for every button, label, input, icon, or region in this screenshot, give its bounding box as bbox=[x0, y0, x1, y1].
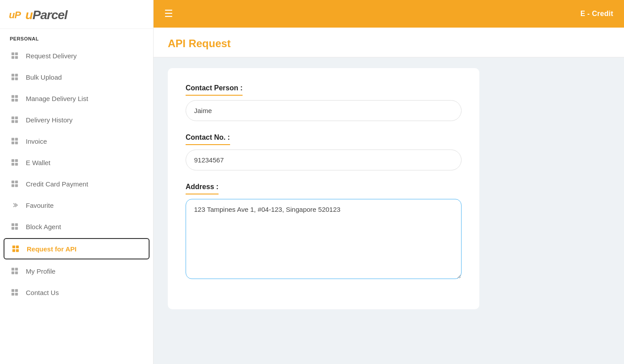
svg-rect-39 bbox=[15, 271, 18, 274]
sidebar-item-e-wallet[interactable]: E Wallet bbox=[0, 152, 153, 173]
sidebar-item-label-invoice: Invoice bbox=[26, 138, 47, 145]
svg-rect-6 bbox=[12, 77, 14, 80]
svg-rect-26 bbox=[12, 184, 14, 187]
svg-rect-28 bbox=[12, 223, 14, 226]
svg-rect-43 bbox=[15, 293, 18, 295]
sidebar: uP uParcel PERSONAL Request DeliveryBulk… bbox=[0, 0, 154, 364]
svg-rect-38 bbox=[12, 271, 14, 274]
favourite-icon bbox=[10, 200, 20, 210]
sidebar-item-label-request-delivery: Request Delivery bbox=[26, 52, 77, 60]
page-title-bar: API Request bbox=[154, 28, 624, 57]
svg-rect-14 bbox=[12, 120, 14, 123]
sidebar-item-manage-delivery-list[interactable]: Manage Delivery List bbox=[0, 88, 153, 109]
logo-up-text: uP bbox=[9, 9, 20, 21]
svg-rect-4 bbox=[12, 74, 14, 77]
sidebar-item-label-e-wallet: E Wallet bbox=[26, 159, 50, 166]
sidebar-item-label-request-for-api: Request for API bbox=[27, 245, 77, 253]
svg-rect-15 bbox=[15, 120, 18, 123]
main-area: ☰ E - Credit API Request Contact Person … bbox=[154, 0, 624, 364]
svg-rect-17 bbox=[15, 138, 18, 141]
sidebar-item-label-delivery-history: Delivery History bbox=[26, 116, 73, 124]
svg-rect-34 bbox=[12, 249, 15, 252]
sidebar-item-favourite[interactable]: Favourite bbox=[0, 194, 153, 216]
svg-rect-3 bbox=[15, 56, 18, 59]
sidebar-nav: Request DeliveryBulk UploadManage Delive… bbox=[0, 45, 153, 303]
svg-rect-12 bbox=[12, 117, 14, 119]
svg-rect-32 bbox=[12, 246, 15, 248]
svg-rect-20 bbox=[12, 159, 14, 162]
svg-rect-23 bbox=[15, 163, 18, 166]
topbar: ☰ E - Credit bbox=[154, 0, 624, 28]
svg-rect-9 bbox=[15, 95, 18, 98]
sidebar-item-block-agent[interactable]: Block Agent bbox=[0, 216, 153, 237]
svg-rect-42 bbox=[12, 293, 14, 295]
logo-area: uP uParcel bbox=[0, 0, 153, 29]
svg-rect-7 bbox=[15, 77, 18, 80]
content-area: API Request Contact Person : Contact No.… bbox=[154, 28, 624, 364]
address-label: Address : bbox=[186, 183, 219, 194]
contact-no-label: Contact No. : bbox=[186, 133, 230, 145]
svg-rect-22 bbox=[12, 163, 14, 166]
sidebar-item-label-manage-delivery-list: Manage Delivery List bbox=[26, 95, 88, 102]
svg-rect-18 bbox=[12, 142, 14, 144]
sidebar-item-request-for-api[interactable]: Request for API bbox=[4, 238, 150, 259]
address-textarea[interactable]: 123 Tampines Ave 1, #04-123, Singapore 5… bbox=[186, 199, 462, 279]
svg-rect-36 bbox=[12, 268, 14, 271]
svg-rect-25 bbox=[15, 181, 18, 183]
invoice-icon bbox=[10, 136, 20, 146]
request-delivery-icon bbox=[10, 51, 20, 61]
svg-rect-30 bbox=[12, 227, 14, 230]
svg-rect-2 bbox=[12, 56, 14, 59]
svg-rect-31 bbox=[15, 227, 18, 230]
svg-rect-13 bbox=[15, 117, 18, 119]
svg-rect-21 bbox=[15, 159, 18, 162]
contact-no-input[interactable] bbox=[186, 150, 462, 170]
e-wallet-icon bbox=[10, 158, 20, 167]
sidebar-item-bulk-upload[interactable]: Bulk Upload bbox=[0, 66, 153, 88]
svg-rect-24 bbox=[12, 181, 14, 183]
bulk-upload-icon bbox=[10, 72, 20, 82]
sidebar-item-my-profile[interactable]: My Profile bbox=[0, 260, 153, 282]
contact-us-icon bbox=[10, 287, 20, 297]
page-title: API Request bbox=[168, 37, 610, 50]
svg-rect-41 bbox=[15, 289, 18, 292]
svg-rect-11 bbox=[15, 99, 18, 101]
sidebar-item-label-contact-us: Contact Us bbox=[26, 289, 59, 296]
sidebar-item-contact-us[interactable]: Contact Us bbox=[0, 282, 153, 303]
menu-icon[interactable]: ☰ bbox=[164, 8, 173, 20]
svg-rect-33 bbox=[16, 246, 19, 248]
contact-person-input[interactable] bbox=[186, 100, 462, 121]
credit-card-payment-icon bbox=[10, 179, 20, 189]
brand-logo: uP uParcel bbox=[9, 8, 144, 22]
sidebar-item-credit-card-payment[interactable]: Credit Card Payment bbox=[0, 173, 153, 194]
sidebar-item-label-credit-card-payment: Credit Card Payment bbox=[26, 180, 88, 188]
sidebar-item-delivery-history[interactable]: Delivery History bbox=[0, 109, 153, 130]
svg-rect-8 bbox=[12, 95, 14, 98]
block-agent-icon bbox=[10, 222, 20, 231]
svg-rect-37 bbox=[15, 268, 18, 271]
ecredit-label: E - Credit bbox=[580, 10, 613, 18]
request-for-api-icon bbox=[11, 244, 20, 254]
sidebar-item-invoice[interactable]: Invoice bbox=[0, 130, 153, 152]
logo-uparcel-text: uParcel bbox=[25, 8, 67, 22]
sidebar-item-label-favourite: Favourite bbox=[26, 202, 54, 209]
contact-person-label: Contact Person : bbox=[186, 84, 243, 96]
sidebar-item-label-my-profile: My Profile bbox=[26, 267, 56, 275]
contact-no-group: Contact No. : bbox=[186, 133, 462, 170]
svg-rect-40 bbox=[12, 289, 14, 292]
svg-rect-5 bbox=[15, 74, 18, 77]
svg-rect-16 bbox=[12, 138, 14, 141]
svg-rect-10 bbox=[12, 99, 14, 101]
contact-person-group: Contact Person : bbox=[186, 84, 462, 121]
sidebar-item-request-delivery[interactable]: Request Delivery bbox=[0, 45, 153, 66]
svg-rect-35 bbox=[16, 249, 19, 252]
address-group: Address : 123 Tampines Ave 1, #04-123, S… bbox=[186, 183, 462, 281]
sidebar-section-personal: PERSONAL bbox=[0, 29, 153, 45]
manage-delivery-list-icon bbox=[10, 93, 20, 103]
sidebar-item-label-bulk-upload: Bulk Upload bbox=[26, 73, 62, 81]
svg-rect-0 bbox=[12, 53, 14, 55]
delivery-history-icon bbox=[10, 115, 20, 125]
svg-rect-27 bbox=[15, 184, 18, 187]
api-request-form: Contact Person : Contact No. : Address :… bbox=[168, 68, 479, 309]
svg-rect-29 bbox=[15, 223, 18, 226]
